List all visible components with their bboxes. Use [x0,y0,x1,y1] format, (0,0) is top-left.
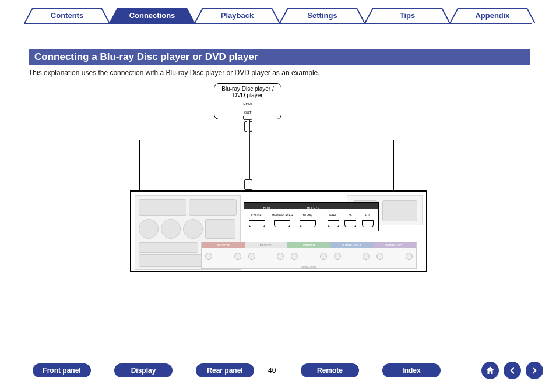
pill-label: Rear panel [207,366,242,375]
nav-display[interactable]: Display [114,363,173,377]
hdmi-in-label: CBL/SAT [245,213,269,217]
hdmi-out-port-icon [243,116,252,120]
speaker-seg: CENTER [287,242,330,248]
source-device-label-2: DVD player [214,92,281,98]
tab-settings[interactable]: Settings [280,8,365,23]
source-port-label-1: HDMI [214,103,281,107]
source-port-label-2: OUT [214,111,281,115]
tab-underline [24,23,532,24]
tab-label: Settings [307,11,337,20]
tab-label: Contents [51,11,83,20]
tab-playback[interactable]: Playback [195,8,280,23]
tab-appendix[interactable]: Appendix [450,8,535,23]
source-device-label-1: Blu-ray Disc player / [214,86,281,92]
pill-label: Index [402,366,420,375]
hdmi-out-port-icon [328,220,339,227]
hdmi-panel: HDMI HDCP2.2 4K/HDR/eARC CBL/SAT MEDIA P… [244,202,379,231]
top-tab-bar: Contents Connections Playback Settings T… [24,8,532,26]
hdmi-in-port-icon [300,220,316,227]
tab-tips[interactable]: Tips [365,8,450,23]
home-icon [485,365,495,376]
speaker-seg: FRONT R [202,242,245,248]
speaker-terminal-strip: FRONT R FRONT L CENTER SURROUND R SURROU… [201,242,417,269]
speaker-caption: SPEAKERS [202,266,416,269]
pill-label: Remote [317,366,343,375]
speaker-seg: FRONT L [245,242,288,248]
tab-connections[interactable]: Connections [110,8,195,23]
hdmi-in-port-icon [249,220,265,227]
hdmi-out-port-icon [344,220,356,227]
hdmi-in-port-icon [274,220,290,227]
hdmi-plug-icon [244,179,252,190]
tab-label: Appendix [475,11,509,20]
prev-page-button[interactable] [504,362,521,379]
arrow-left-icon [507,365,518,376]
speaker-seg: SURROUND L [373,242,416,248]
tab-label: Tips [400,11,416,20]
antenna-left-icon [139,140,140,192]
page-number: 40 [268,363,276,377]
hdmi-in-label: Blu-ray [296,213,319,217]
nav-remote[interactable]: Remote [301,363,359,377]
pill-label: Front panel [43,366,80,375]
hdmi-out-group: eARC 8K AUX [326,210,377,229]
page-heading: Connecting a Blu-ray Disc player or DVD … [29,49,530,65]
nav-front-panel[interactable]: Front panel [33,363,91,377]
tab-label: Playback [221,11,254,20]
page-intro: This explanation uses the connection wit… [29,69,320,77]
av-receiver-rear-panel: HDMI HDCP2.2 4K/HDR/eARC CBL/SAT MEDIA P… [130,190,427,272]
hdmi-out-label: eARC [326,213,341,217]
antenna-right-icon [393,140,394,192]
next-page-button[interactable] [526,362,543,379]
hdmi-in-group: CBL/SAT MEDIA PLAYER Blu-ray [245,210,322,229]
speaker-seg: SURROUND R [330,242,374,248]
tab-label: Connections [129,11,175,20]
home-button[interactable] [481,362,499,379]
pill-label: Display [131,366,156,375]
hdmi-in-label: MEDIA PLAYER [270,213,294,217]
hdmi-header-strip: HDMI HDCP2.2 4K/HDR/eARC [244,203,378,209]
nav-rear-panel[interactable]: Rear panel [196,363,254,377]
hdmi-out-label: 8K [343,213,358,217]
tab-contents[interactable]: Contents [24,8,110,23]
hdmi-out-port-icon [362,220,374,227]
nav-index[interactable]: Index [382,363,441,377]
arrow-right-icon [529,365,540,376]
source-device-box: Blu-ray Disc player / DVD player HDMI OU… [214,83,281,119]
hdmi-out-label: AUX [360,213,375,217]
